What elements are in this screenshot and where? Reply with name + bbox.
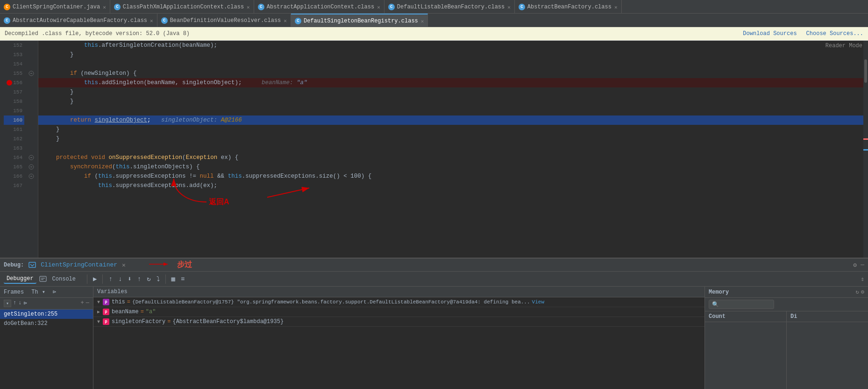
frames-label: Frames	[4, 289, 24, 295]
gutter-155	[28, 69, 38, 78]
frame-up-btn[interactable]: ↑	[13, 300, 16, 307]
java-icon: C	[4, 4, 10, 10]
var-this[interactable]: ▼ p this = {DefaultListableBeanFactory@1…	[93, 297, 704, 307]
step-out-btn[interactable]: ⬇	[126, 274, 133, 284]
code-line-167: this.suppressedExceptions.add(ex);	[38, 181, 868, 190]
var-value-this: {DefaultListableBeanFactory@1757} "org.s…	[132, 299, 530, 305]
settings-btn[interactable]: ≡	[179, 274, 186, 284]
evaluate-btn[interactable]: ↻	[145, 274, 152, 284]
tab-classpathxml[interactable]: C ClassPathXmlApplicationContext.class ✕	[110, 0, 254, 14]
close-tab-2[interactable]: ✕	[247, 4, 250, 10]
ln-167: 167	[4, 181, 24, 190]
info-bar-actions: Download Sources Choose Sources...	[743, 30, 863, 37]
editor-scrollbar[interactable]	[863, 41, 868, 258]
code-line-164: protected void onSuppressedException(Exc…	[38, 153, 868, 162]
highlight-marker	[863, 149, 868, 151]
frame-filter-btn[interactable]: ⊳	[23, 300, 27, 307]
tab-client-spring[interactable]: C ClientSpringContainer.java ✕	[0, 0, 110, 14]
code-line-162: }	[38, 134, 868, 144]
ln-155: 155	[4, 69, 24, 78]
tab-abstractbean[interactable]: C AbstractBeanFactory.class ✕	[515, 0, 622, 14]
code-line-158: }	[38, 97, 868, 106]
close-tab-3[interactable]: ✕	[377, 4, 380, 10]
gutter-158	[28, 97, 38, 106]
memory-settings-icon[interactable]: ⚙	[861, 288, 864, 295]
settings-icon[interactable]: ⚙	[853, 261, 857, 269]
gutter-166	[28, 172, 38, 181]
frame-down-btn[interactable]: ↓	[18, 300, 21, 307]
fold-icon-155	[28, 70, 35, 77]
code-line-166: if (this.suppressedExceptions != null &&…	[38, 172, 868, 181]
gutter-161	[28, 125, 38, 134]
var-view-this[interactable]: View	[532, 299, 544, 305]
frame-item-dogetbean[interactable]: doGetBean:322	[0, 319, 93, 328]
resume-btn[interactable]: ▶	[91, 274, 99, 284]
gutter-153	[28, 50, 38, 59]
close-tab-1[interactable]: ✕	[103, 4, 106, 10]
choose-sources-btn[interactable]: Choose Sources...	[806, 30, 863, 37]
ln-154: 154	[4, 59, 24, 69]
di-header: Di	[787, 311, 868, 322]
thread-dropdown[interactable]: ▾	[42, 288, 45, 295]
var-singletonfactory[interactable]: ▼ p singletonFactory = {AbstractBeanFact…	[93, 317, 704, 327]
minimize-icon[interactable]: —	[861, 261, 864, 269]
class-icon-7: C	[295, 18, 301, 24]
ln-163: 163	[4, 144, 24, 153]
step-over-btn[interactable]: ↑	[107, 274, 114, 284]
var-type-sfactory: p	[103, 318, 109, 325]
frames-list: getSingleton:255 doGetBean:322	[0, 310, 93, 389]
threads-label: Th	[31, 289, 38, 295]
var-expand-beanname[interactable]: ▶	[97, 309, 100, 315]
variables-label: Variables	[97, 288, 128, 295]
download-sources-btn[interactable]: Download Sources	[743, 30, 797, 37]
tab-defaultsingleton[interactable]: C DefaultSingletonBeanRegistry.class ✕	[291, 14, 428, 27]
frame-item-getsingleton[interactable]: getSingleton:255	[0, 310, 93, 319]
var-eq-this: =	[127, 299, 130, 305]
step-into-btn[interactable]: ↓	[116, 274, 124, 284]
filter-icon[interactable]: ⊳	[53, 288, 56, 295]
expand-icon[interactable]: ⇕	[861, 276, 864, 283]
frame-dropdown-btn[interactable]: ▾	[4, 300, 11, 307]
memory-count-area: Count Di	[705, 311, 868, 389]
var-beanname[interactable]: ▶ p beanName = "a"	[93, 307, 704, 317]
variables-list: ▼ p this = {DefaultListableBeanFactory@1…	[93, 297, 704, 389]
class-icon-6: C	[161, 17, 168, 24]
code-line-155: if (newSingleton) {	[38, 69, 868, 78]
memory-search-input[interactable]	[709, 300, 774, 309]
variables-header: Variables	[93, 287, 704, 297]
frame-remove-btn[interactable]: —	[86, 300, 89, 307]
memory-refresh-icon[interactable]: ↻	[856, 288, 859, 295]
frame-add-btn[interactable]: +	[81, 300, 84, 307]
debugger-tab[interactable]: Debugger	[4, 274, 36, 284]
tab-bar-row2: C AbstractAutowireCapableBeanFactory.cla…	[0, 14, 868, 27]
toolbar-sep-3	[165, 274, 166, 284]
close-tab-7[interactable]: ✕	[284, 18, 287, 24]
fold-icon-166	[28, 173, 35, 180]
class-icon-3: C	[388, 4, 395, 10]
drop-frame-btn[interactable]: ⤵	[155, 274, 162, 284]
var-expand-sfactory[interactable]: ▼	[97, 319, 100, 324]
watches-btn[interactable]: ▦	[170, 274, 177, 284]
var-eq-sfactory: =	[167, 318, 171, 325]
console-tab[interactable]: Console	[50, 275, 78, 283]
memory-controls: ↻ ⚙	[856, 288, 864, 295]
editor-area: Reader Mode 152 153 154 155 156 157 158 …	[0, 41, 868, 258]
tab-abstractapp[interactable]: C AbstractApplicationContext.class ✕	[254, 0, 384, 14]
code-line-154	[38, 59, 868, 69]
tab-abstractautowire[interactable]: C AbstractAutowireCapableBeanFactory.cla…	[0, 14, 157, 27]
var-expand-this[interactable]: ▼	[97, 300, 100, 305]
ln-161: 161	[4, 125, 24, 134]
count-header: Count	[705, 311, 786, 322]
ln-157: 157	[4, 87, 24, 97]
tab-defaultlistable[interactable]: C DefaultListableBeanFactory.class ✕	[384, 0, 515, 14]
close-tab-5[interactable]: ✕	[614, 4, 618, 10]
close-tab-6[interactable]: ✕	[150, 18, 153, 24]
ln-160: 160	[4, 115, 24, 125]
close-tab-4[interactable]: ✕	[507, 4, 511, 10]
tab-beandefvalue[interactable]: C BeanDefinitionValueResolver.class ✕	[157, 14, 291, 27]
code-line-160: return singletonObject; singletonObject:…	[38, 115, 868, 125]
session-close[interactable]: ✕	[122, 261, 126, 269]
variables-panel: Variables ▼ p this = {DefaultListableBea…	[93, 287, 704, 389]
run-cursor-btn[interactable]: ↑	[135, 274, 143, 284]
close-tab-8[interactable]: ✕	[421, 18, 424, 24]
